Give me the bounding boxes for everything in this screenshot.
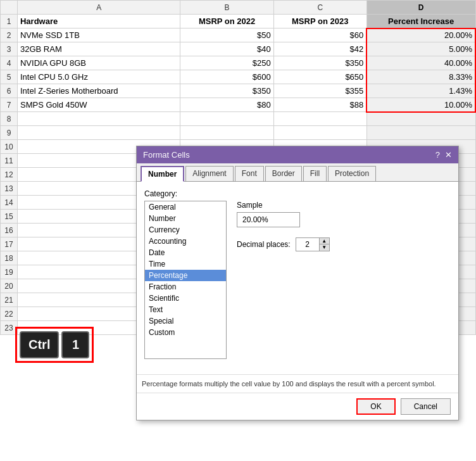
decimal-input[interactable] xyxy=(296,239,319,250)
table-row: 9 xyxy=(1,126,476,140)
cell-b[interactable] xyxy=(180,112,273,126)
category-item-fraction[interactable]: Fraction xyxy=(145,281,226,293)
row-number: 12 xyxy=(1,168,18,182)
cell-a[interactable] xyxy=(17,126,180,140)
row-number: 9 xyxy=(1,126,18,140)
tab-alignment[interactable]: Alignment xyxy=(185,166,233,181)
corner-header xyxy=(1,1,18,15)
cell-c[interactable]: $60 xyxy=(273,28,366,42)
category-item-currency[interactable]: Currency xyxy=(145,224,226,236)
format-cells-dialog: Format Cells ? ✕ NumberAlignmentFontBord… xyxy=(136,146,459,420)
cell-a[interactable]: NVMe SSD 1TB xyxy=(17,28,180,42)
category-item-number[interactable]: Number xyxy=(145,213,226,224)
cell-a[interactable]: Hardware xyxy=(17,15,180,28)
row-number: 3 xyxy=(1,42,18,56)
cell-c[interactable] xyxy=(273,126,366,140)
cell-d[interactable] xyxy=(366,126,475,140)
cell-c[interactable]: $350 xyxy=(273,56,366,70)
category-item-date[interactable]: Date xyxy=(145,247,226,258)
spin-down-button[interactable]: ▼ xyxy=(319,244,329,251)
col-b-header[interactable]: B xyxy=(180,1,273,15)
cell-a[interactable]: Intel CPU 5.0 GHz xyxy=(17,70,180,84)
row-number: 10 xyxy=(1,140,18,154)
spin-up-button[interactable]: ▲ xyxy=(319,238,329,244)
category-item-text[interactable]: Text xyxy=(145,304,226,315)
close-button[interactable]: ✕ xyxy=(445,150,452,160)
cell-b[interactable] xyxy=(180,126,273,140)
row-number: 17 xyxy=(1,237,18,251)
cell-a[interactable]: Intel Z-Series Motherboard xyxy=(17,84,180,98)
tab-fill[interactable]: Fill xyxy=(303,166,327,181)
cell-c[interactable]: $88 xyxy=(273,98,366,112)
category-item-general[interactable]: General xyxy=(145,201,226,213)
cell-b[interactable]: $250 xyxy=(180,56,273,70)
row-number: 15 xyxy=(1,210,18,224)
row-number: 13 xyxy=(1,182,18,196)
row-number: 14 xyxy=(1,196,18,210)
cell-a[interactable]: NVIDIA GPU 8GB xyxy=(17,56,180,70)
row-number: 2 xyxy=(1,28,18,42)
cell-d[interactable]: 10.00% xyxy=(366,98,475,112)
cell-c[interactable]: $42 xyxy=(273,42,366,56)
category-item-custom[interactable]: Custom xyxy=(145,327,226,338)
cell-a[interactable]: SMPS Gold 450W xyxy=(17,98,180,112)
cell-d[interactable]: Percent Increase xyxy=(366,15,475,28)
row-number: 20 xyxy=(1,279,18,293)
dialog-controls: ? ✕ xyxy=(435,150,452,160)
col-a-header[interactable]: A xyxy=(17,1,180,15)
sample-section: Sample 20.00% xyxy=(237,201,451,227)
ok-button[interactable]: OK xyxy=(356,398,395,415)
cell-d[interactable]: 8.33% xyxy=(366,70,475,84)
cell-b[interactable]: $40 xyxy=(180,42,273,56)
row-number: 1 xyxy=(1,15,18,28)
cell-c[interactable]: MSRP on 2023 xyxy=(273,15,366,28)
dialog-body: GeneralNumberCurrencyAccountingDateTimeP… xyxy=(144,201,451,359)
tab-border[interactable]: Border xyxy=(265,166,302,181)
table-row: 332GB RAM$40$425.00% xyxy=(1,42,476,56)
dialog-titlebar: Format Cells ? ✕ xyxy=(137,146,458,163)
cell-c[interactable]: $650 xyxy=(273,70,366,84)
cell-b[interactable]: $80 xyxy=(180,98,273,112)
category-item-time[interactable]: Time xyxy=(145,258,226,270)
cell-b[interactable]: $350 xyxy=(180,84,273,98)
cell-d[interactable]: 20.00% xyxy=(366,28,475,42)
cell-b[interactable]: $600 xyxy=(180,70,273,84)
row-number: 19 xyxy=(1,265,18,279)
tab-protection[interactable]: Protection xyxy=(328,166,376,181)
cell-b[interactable]: MSRP on 2022 xyxy=(180,15,273,28)
category-item-special[interactable]: Special xyxy=(145,315,226,327)
format-description: Percentage formats multiply the cell val… xyxy=(137,374,458,393)
cell-d[interactable]: 5.00% xyxy=(366,42,475,56)
col-d-header[interactable]: D xyxy=(366,1,475,15)
tab-number[interactable]: Number xyxy=(141,166,184,182)
tab-font[interactable]: Font xyxy=(235,166,264,181)
row-number: 4 xyxy=(1,56,18,70)
category-list[interactable]: GeneralNumberCurrencyAccountingDateTimeP… xyxy=(144,201,227,359)
ctrl-key: Ctrl xyxy=(20,331,59,358)
table-row: 5Intel CPU 5.0 GHz$600$6508.33% xyxy=(1,70,476,84)
cell-d[interactable] xyxy=(366,112,475,126)
col-c-header[interactable]: C xyxy=(273,1,366,15)
cell-a[interactable] xyxy=(17,112,180,126)
dialog-tabs: NumberAlignmentFontBorderFillProtection xyxy=(137,163,458,182)
table-row: 7SMPS Gold 450W$80$8810.00% xyxy=(1,98,476,112)
cell-c[interactable]: $355 xyxy=(273,84,366,98)
row-number: 16 xyxy=(1,224,18,237)
row-number: 22 xyxy=(1,307,18,321)
category-item-percentage[interactable]: Percentage xyxy=(145,270,226,281)
category-item-scientific[interactable]: Scientific xyxy=(145,293,226,304)
table-row: 4NVIDIA GPU 8GB$250$35040.00% xyxy=(1,56,476,70)
table-row: 1HardwareMSRP on 2022MSRP on 2023Percent… xyxy=(1,15,476,28)
cell-d[interactable]: 40.00% xyxy=(366,56,475,70)
keyboard-shortcut-box: Ctrl 1 xyxy=(15,327,94,363)
cell-a[interactable]: 32GB RAM xyxy=(17,42,180,56)
sample-label: Sample xyxy=(237,201,451,210)
help-button[interactable]: ? xyxy=(435,150,440,160)
cell-c[interactable] xyxy=(273,112,366,126)
decimal-input-wrap: ▲ ▼ xyxy=(296,237,330,251)
decimal-spinner: ▲ ▼ xyxy=(319,238,329,251)
cell-d[interactable]: 1.43% xyxy=(366,84,475,98)
cell-b[interactable]: $50 xyxy=(180,28,273,42)
category-item-accounting[interactable]: Accounting xyxy=(145,236,226,247)
cancel-button[interactable]: Cancel xyxy=(401,398,451,415)
